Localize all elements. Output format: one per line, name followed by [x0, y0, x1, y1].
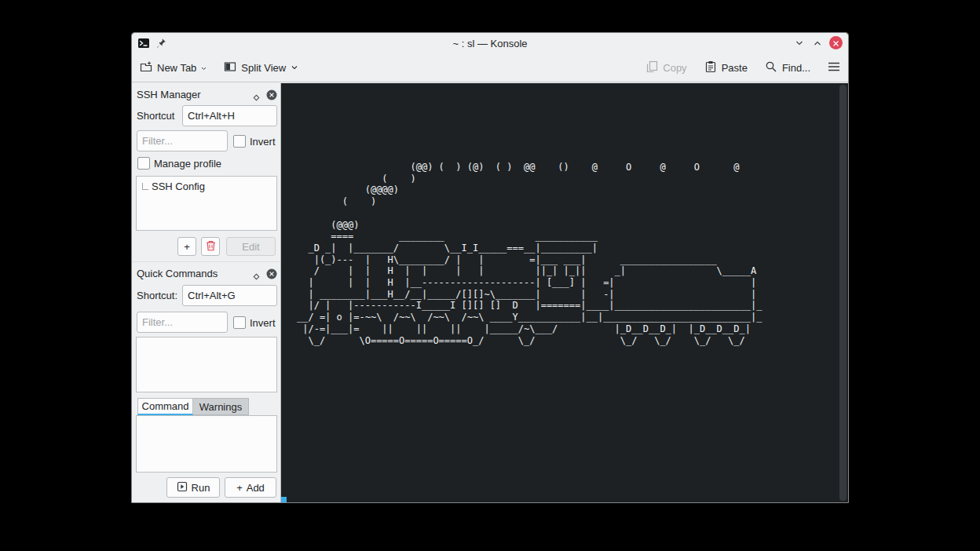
new-tab-icon	[140, 60, 152, 75]
qc-command-editor[interactable]	[136, 415, 277, 473]
copy-button[interactable]: Copy	[645, 60, 686, 75]
new-tab-button[interactable]: New Tab	[140, 60, 207, 75]
terminal-display[interactable]: (@@) ( ) (@) ( ) @@ () @ O @ O @ ( ) (@@…	[281, 83, 848, 502]
ssh-edit-label: Edit	[242, 241, 259, 253]
add-label: Add	[247, 482, 265, 494]
ssh-add-button[interactable]: +	[177, 237, 196, 256]
ssh-manager-close-icon[interactable]	[266, 89, 277, 103]
konsole-window: ~ : sl — Konsole New Tab	[132, 33, 848, 502]
tree-item-ssh-config[interactable]: SSH Config	[137, 177, 276, 192]
split-view-icon	[224, 60, 236, 75]
new-tab-label: New Tab	[157, 62, 196, 74]
quick-commands-float-icon[interactable]	[253, 271, 260, 283]
ssh-invert-checkbox[interactable]	[233, 135, 246, 148]
sl-train-ascii-art: (@@) ( ) (@) ( ) @@ () @ O @ O @ ( ) (@@…	[297, 162, 762, 346]
tree-item-label: SSH Config	[152, 181, 205, 192]
terminal-scrollbar-handle[interactable]	[839, 85, 847, 501]
tab-command[interactable]: Command	[137, 398, 193, 415]
find-button[interactable]: Find...	[765, 60, 810, 75]
paste-label: Paste	[722, 62, 748, 74]
trash-icon	[206, 240, 216, 254]
ssh-filter-input[interactable]	[137, 130, 228, 151]
window-content: SSH Manager Shortcut Invert Manage profi…	[132, 83, 848, 502]
tree-branch-icon	[142, 183, 148, 190]
minimize-button[interactable]	[793, 37, 806, 49]
sidebar: SSH Manager Shortcut Invert Manage profi…	[132, 83, 281, 502]
close-button[interactable]	[829, 36, 843, 49]
plus-icon: +	[184, 241, 190, 253]
hamburger-menu-icon	[828, 61, 840, 75]
split-view-button[interactable]: Split View	[224, 60, 298, 75]
ssh-invert-label: Invert	[250, 136, 276, 148]
add-command-button[interactable]: + Add	[225, 477, 276, 498]
qc-invert-label: Invert	[250, 317, 276, 329]
quick-commands-panel-title: Quick Commands	[137, 268, 218, 279]
panel-separator	[132, 261, 280, 262]
qc-invert-checkbox[interactable]	[233, 316, 246, 329]
qc-shortcut-label: Shortcut:	[137, 290, 177, 301]
paste-button[interactable]: Paste	[704, 60, 748, 75]
tab-command-label: Command	[142, 400, 189, 412]
qc-filter-input[interactable]	[137, 312, 228, 333]
qc-command-list[interactable]	[136, 337, 277, 392]
find-label: Find...	[782, 62, 810, 74]
chevron-down-icon	[291, 62, 298, 74]
ssh-manager-panel-title: SSH Manager	[137, 89, 201, 100]
scroll-position-indicator	[281, 497, 287, 502]
window-title: ~ : sl — Konsole	[132, 38, 848, 49]
copy-icon	[645, 60, 658, 75]
quick-commands-close-icon[interactable]	[266, 268, 277, 282]
ssh-shortcut-label: Shortcut	[137, 110, 174, 122]
run-icon	[177, 481, 188, 494]
titlebar[interactable]: ~ : sl — Konsole	[132, 33, 848, 53]
ssh-config-tree[interactable]: SSH Config	[136, 176, 277, 231]
plus-icon: +	[236, 482, 243, 494]
run-label: Run	[192, 482, 210, 494]
ssh-delete-button[interactable]	[201, 237, 220, 256]
ssh-manager-float-icon[interactable]	[253, 92, 260, 104]
close-icon	[832, 36, 839, 50]
ssh-shortcut-input[interactable]	[182, 105, 277, 126]
qc-shortcut-input[interactable]	[182, 285, 277, 306]
tab-warnings-label: Warnings	[199, 401, 242, 413]
manage-profile-checkbox[interactable]	[137, 157, 150, 170]
menu-indicator-icon	[201, 61, 207, 73]
manage-profile-label: Manage profile	[154, 158, 221, 170]
toolbar: New Tab Split View Copy	[132, 53, 848, 82]
tab-warnings[interactable]: Warnings	[193, 398, 249, 415]
run-button[interactable]: Run	[166, 477, 220, 498]
split-view-label: Split View	[241, 62, 286, 74]
terminal-scrollbar[interactable]	[838, 83, 848, 502]
copy-label: Copy	[663, 62, 686, 74]
search-icon	[765, 60, 777, 75]
ssh-edit-button[interactable]: Edit	[226, 237, 276, 256]
maximize-button[interactable]	[811, 37, 824, 49]
paste-icon	[704, 60, 717, 75]
hamburger-menu-button[interactable]	[828, 61, 840, 75]
